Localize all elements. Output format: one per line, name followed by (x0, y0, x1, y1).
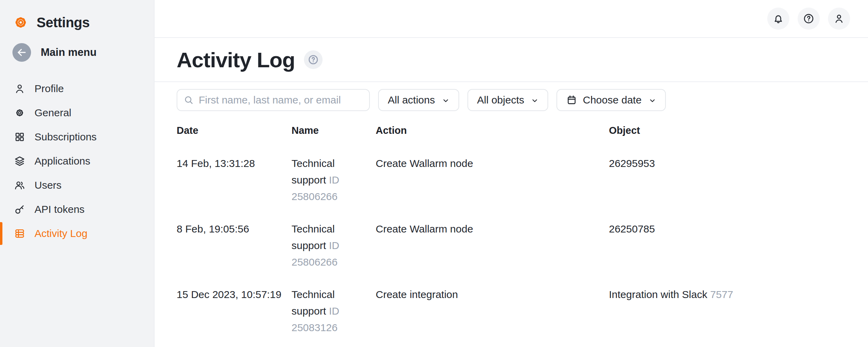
sidebar-item-label: Subscriptions (34, 131, 97, 143)
table-rows-icon (14, 228, 26, 239)
cell-object: Integration with Slack 7577 (609, 286, 849, 336)
cell-name: Technical support ID 25806266 (292, 155, 376, 205)
sidebar-item-subscriptions[interactable]: Subscriptions (0, 125, 154, 149)
filters-bar: All actions All objects Ch (177, 89, 868, 111)
search-icon (184, 95, 194, 105)
sidebar-item-api-tokens[interactable]: API tokens (0, 197, 154, 221)
cell-action: Create Wallarm node (376, 155, 609, 205)
chevron-down-icon (649, 97, 656, 105)
cell-date: 14 Feb, 13:31:28 (177, 155, 292, 205)
help-button[interactable] (798, 8, 820, 30)
sidebar-item-label: General (34, 107, 71, 119)
page-title: Activity Log (177, 48, 295, 72)
dropdown-label: Choose date (583, 94, 641, 106)
sidebar-item-profile[interactable]: Profile (0, 77, 154, 101)
users-icon (14, 179, 26, 191)
chevron-down-icon (442, 97, 450, 105)
cell-date: 8 Feb, 19:05:56 (177, 221, 292, 270)
search-box (177, 89, 370, 111)
dropdown-label: All actions (388, 94, 435, 106)
column-header-object: Object (609, 123, 849, 137)
main-menu-back-button[interactable]: Main menu (0, 42, 154, 63)
sidebar-item-general[interactable]: General (0, 101, 154, 125)
sidebar-item-label: Activity Log (34, 228, 87, 239)
gear-icon (14, 107, 26, 119)
table-row: 14 Feb, 13:31:28 Technical support ID 25… (177, 155, 849, 205)
notifications-button[interactable] (767, 8, 789, 30)
page-header: Activity Log (155, 38, 868, 82)
settings-sidebar: Settings Main menu Profile (0, 0, 155, 347)
active-indicator-bar (0, 222, 2, 245)
column-header-name: Name (292, 123, 376, 137)
table-row: 15 Dec 2023, 10:57:19 Technical support … (177, 286, 849, 336)
sidebar-item-label: Applications (34, 155, 90, 167)
sidebar-item-label: API tokens (34, 204, 85, 215)
table-header-row: Date Name Action Object (177, 123, 849, 137)
calendar-icon (566, 95, 577, 106)
all-objects-dropdown[interactable]: All objects (467, 89, 549, 111)
cell-date: 15 Dec 2023, 10:57:19 (177, 286, 292, 336)
activity-log-table: Date Name Action Object 14 Feb, 13:31:28… (177, 123, 849, 336)
cell-action: Create integration (376, 286, 609, 336)
cell-name: Technical support ID 25083126 (292, 286, 376, 336)
topbar (155, 0, 868, 38)
main-menu-label: Main menu (41, 46, 97, 59)
cell-object: 26295953 (609, 155, 849, 205)
key-icon (14, 204, 26, 215)
user-icon (833, 13, 845, 24)
account-button[interactable] (828, 8, 850, 30)
table-row: 8 Feb, 19:05:56 Technical support ID 258… (177, 221, 849, 270)
sidebar-item-label: Users (34, 179, 61, 191)
choose-date-dropdown[interactable]: Choose date (556, 89, 665, 111)
page-help-button[interactable] (304, 50, 323, 69)
cell-object: 26250785 (609, 221, 849, 270)
layers-icon (14, 155, 26, 167)
column-header-date: Date (177, 123, 292, 137)
sidebar-item-label: Profile (34, 83, 64, 95)
help-circle-icon (803, 13, 815, 24)
arrow-left-icon (12, 43, 31, 62)
search-input[interactable] (177, 89, 370, 111)
column-header-action: Action (376, 123, 609, 137)
cell-action: Create Wallarm node (376, 221, 609, 270)
help-circle-icon (307, 54, 319, 66)
sidebar-item-users[interactable]: Users (0, 173, 154, 197)
user-icon (14, 83, 26, 95)
grid-icon (14, 131, 26, 143)
all-actions-dropdown[interactable]: All actions (378, 89, 459, 111)
settings-gear-icon (12, 14, 29, 31)
chevron-down-icon (531, 97, 539, 105)
sidebar-header: Settings (0, 12, 154, 33)
main-area: Activity Log All actions (155, 0, 868, 347)
cell-name: Technical support ID 25806266 (292, 221, 376, 270)
sidebar-nav: Profile General Subscriptio (0, 77, 154, 246)
bell-icon (772, 13, 784, 24)
sidebar-title: Settings (37, 15, 90, 30)
sidebar-item-applications[interactable]: Applications (0, 149, 154, 173)
dropdown-label: All objects (477, 94, 524, 106)
sidebar-item-activity-log[interactable]: Activity Log (0, 221, 154, 246)
